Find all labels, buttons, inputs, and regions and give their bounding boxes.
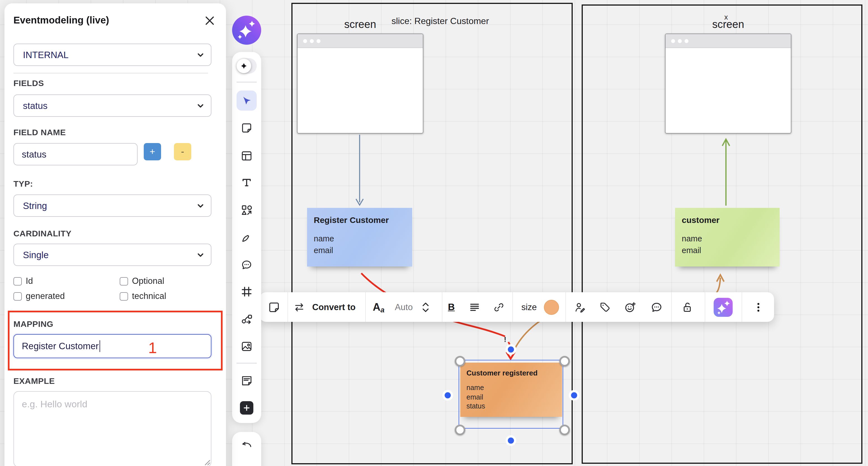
- internal-select[interactable]: INTERNAL: [13, 43, 211, 66]
- technical-checkbox[interactable]: [120, 292, 128, 301]
- size-label: size: [521, 302, 537, 312]
- color-swatch-button[interactable]: [544, 299, 559, 314]
- typ-select-value: String: [23, 200, 47, 211]
- resize-handle-se[interactable]: [559, 424, 569, 435]
- chevron-down-icon: [422, 308, 430, 312]
- connector-tool[interactable]: [241, 313, 253, 325]
- font-style-sub-glyph: a: [380, 305, 384, 314]
- screen-mock-right[interactable]: [665, 34, 792, 134]
- selection-rect: [459, 360, 563, 429]
- connect-dot-right[interactable]: [571, 392, 577, 398]
- bold-button[interactable]: B: [448, 301, 455, 312]
- cursor-icon: [241, 94, 253, 107]
- connect-dot-top[interactable]: [507, 346, 514, 352]
- add-field-button[interactable]: +: [144, 143, 161, 160]
- sticky-field: email: [314, 245, 405, 257]
- panel-title: Eventmodeling (live): [13, 14, 109, 26]
- comment-tool[interactable]: [241, 259, 253, 271]
- font-style-button[interactable]: Aa: [373, 300, 384, 314]
- kebab-menu-icon: [752, 301, 765, 313]
- cardinality-select[interactable]: Single: [13, 244, 211, 266]
- lock-button[interactable]: [681, 301, 694, 313]
- font-size-value[interactable]: Auto: [395, 302, 413, 312]
- field-name-value: status: [22, 149, 46, 160]
- comment-button[interactable]: [650, 301, 663, 313]
- screen-mock-left[interactable]: [297, 34, 423, 134]
- readmodel-sticky[interactable]: customer name email: [675, 208, 780, 267]
- mapping-input[interactable]: Register Customer: [13, 334, 211, 358]
- connect-dot-bottom[interactable]: [507, 437, 514, 443]
- pen-tool[interactable]: [241, 231, 253, 244]
- id-checkbox-label: Id: [26, 276, 33, 286]
- sticky-note-tool[interactable]: [241, 122, 253, 134]
- app-logo-sparkle-icon: [232, 15, 261, 45]
- frame-tool[interactable]: [241, 286, 253, 298]
- sticky-field: email: [682, 245, 773, 257]
- select-tool[interactable]: [241, 94, 253, 107]
- mapping-input-value: Register Customer: [22, 341, 99, 352]
- connector-icon: [241, 313, 253, 326]
- align-button[interactable]: [469, 301, 481, 313]
- close-panel-button[interactable]: [203, 14, 217, 29]
- generated-checkbox-label: generated: [26, 291, 65, 301]
- eventmodeling-panel: Eventmodeling (live) INTERNAL FIELDS sta…: [4, 3, 226, 466]
- optional-checkbox[interactable]: [120, 277, 128, 286]
- tool-palette: [232, 52, 261, 423]
- connector-warning: !: [504, 335, 506, 344]
- command-sticky[interactable]: Register Customer name email: [307, 208, 412, 267]
- window-dot: [685, 39, 688, 43]
- align-left-icon: [469, 301, 481, 313]
- tag-button[interactable]: [599, 301, 611, 313]
- frame-icon: [241, 286, 253, 298]
- connect-dot-left[interactable]: [444, 392, 451, 398]
- layout-tool[interactable]: [241, 150, 253, 162]
- field-name-input[interactable]: status: [13, 143, 137, 165]
- resize-handle-sw[interactable]: [455, 424, 465, 435]
- resize-handle-ne[interactable]: [559, 356, 569, 366]
- add-tool-button[interactable]: [240, 401, 253, 414]
- window-dot: [303, 39, 307, 43]
- example-textarea[interactable]: [13, 391, 211, 466]
- undo-button[interactable]: [241, 439, 253, 452]
- text-tool[interactable]: [241, 176, 253, 189]
- annotation-step-number: 1: [148, 339, 157, 357]
- remove-field-button[interactable]: -: [174, 143, 191, 160]
- reaction-button[interactable]: [624, 301, 637, 313]
- chevron-down-icon: [197, 251, 204, 259]
- window-dot: [671, 39, 675, 43]
- resize-grip-icon[interactable]: [204, 459, 210, 465]
- sticky-note-tool-button[interactable]: [268, 301, 280, 313]
- screen-titlebar: [298, 34, 423, 48]
- font-size-stepper[interactable]: [422, 302, 430, 312]
- ai-sparkle-button[interactable]: [714, 298, 733, 317]
- format-toolbar: Convert to Aa Auto B size: [259, 292, 774, 322]
- resize-handle-nw[interactable]: [455, 356, 465, 366]
- more-menu-button[interactable]: [752, 301, 765, 313]
- convert-to-button[interactable]: Convert to: [312, 302, 356, 312]
- ai-assist-button[interactable]: [714, 298, 733, 317]
- fields-select-value: status: [23, 100, 48, 111]
- fields-select[interactable]: status: [13, 94, 211, 117]
- pen-icon: [241, 231, 253, 244]
- generated-checkbox[interactable]: [13, 292, 22, 301]
- author-edit-button[interactable]: [574, 301, 586, 313]
- app-logo-button[interactable]: [232, 15, 261, 45]
- sticky-title: Register Customer: [314, 215, 405, 225]
- tag-icon: [599, 301, 611, 313]
- technical-checkbox-label: technical: [132, 291, 166, 301]
- panel-divider: [13, 73, 208, 74]
- shapes-tool[interactable]: [241, 204, 253, 216]
- typ-select[interactable]: String: [13, 194, 211, 217]
- sticky-field: name: [314, 233, 405, 245]
- x-marker: x: [724, 13, 728, 21]
- link-button[interactable]: [493, 301, 505, 313]
- chevron-down-icon: [197, 202, 204, 209]
- card-tool[interactable]: [241, 374, 253, 387]
- id-checkbox[interactable]: [13, 277, 22, 286]
- person-pencil-icon: [574, 301, 586, 313]
- image-tool[interactable]: [241, 340, 253, 353]
- slice-title: slice: Register Customer: [392, 16, 489, 26]
- screen-titlebar: [665, 34, 791, 48]
- sparkle-mode-toggle[interactable]: [237, 58, 257, 74]
- sticky-field: name: [682, 233, 773, 245]
